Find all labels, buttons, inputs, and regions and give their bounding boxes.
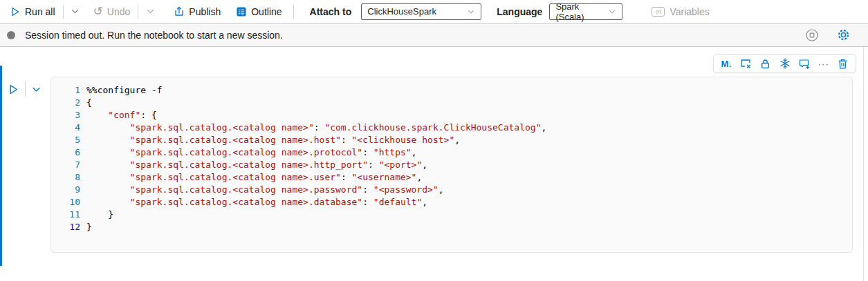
language-dropdown[interactable]: Spark (Scala): [549, 3, 622, 20]
undo-icon: ↺: [93, 6, 103, 17]
code-text: {: [80, 97, 92, 109]
outline-label: Outline: [251, 6, 281, 17]
line-number: 5: [51, 134, 80, 146]
undo-button[interactable]: ↺ Undo: [91, 3, 133, 21]
run-all-play-icon: [10, 6, 21, 17]
markdown-icon[interactable]: M↓: [719, 57, 733, 70]
freeze-icon[interactable]: [778, 57, 792, 70]
lock-icon[interactable]: [758, 57, 772, 70]
code-text: "spark.sql.catalog.<catalog name>": "com…: [80, 122, 546, 134]
code-line: 2{: [51, 97, 852, 109]
chevron-down-icon: [467, 8, 475, 16]
code-line: 12}: [51, 221, 852, 233]
line-number: 11: [51, 209, 80, 221]
code-line: 8 "spark.sql.catalog.<catalog name>.user…: [51, 171, 852, 184]
code-text: }: [80, 209, 113, 221]
add-comment-icon[interactable]: [797, 57, 811, 70]
code-line: 11 }: [51, 209, 852, 221]
run-all-button[interactable]: Run all: [7, 3, 58, 21]
code-text: "spark.sql.catalog.<catalog name>.http_p…: [80, 159, 427, 171]
code-text: %%configure -f: [80, 84, 163, 97]
delete-cell-icon[interactable]: [836, 57, 850, 70]
code-text: "spark.sql.catalog.<catalog name>.databa…: [80, 196, 427, 209]
attach-to-dropdown[interactable]: ClickHouseSpark: [361, 3, 481, 20]
publish-button[interactable]: Publish: [171, 3, 223, 21]
attach-to-label: Attach to: [310, 6, 352, 17]
line-number: 3: [51, 109, 80, 122]
toolbar-divider: [138, 5, 138, 19]
code-line: 7 "spark.sql.catalog.<catalog name>.http…: [51, 159, 852, 171]
code-cell-editor[interactable]: 1%%configure -f2{3 "conf": {4 "spark.sql…: [50, 77, 853, 253]
attach-to-value: ClickHouseSpark: [367, 6, 436, 17]
publish-icon: [174, 6, 185, 17]
run-all-label: Run all: [25, 6, 55, 17]
outline-button[interactable]: Outline: [233, 3, 284, 21]
run-all-menu-chevron-icon[interactable]: [68, 3, 82, 21]
notebook-canvas: M↓ ···: [0, 47, 868, 281]
code-text: "spark.sql.catalog.<catalog name>.user":…: [80, 171, 422, 184]
session-status-bar: Session timed out. Run the notebook to s…: [0, 23, 868, 47]
code-line: 6 "spark.sql.catalog.<catalog name>.prot…: [51, 146, 852, 159]
cell-run-controls: [8, 81, 41, 97]
run-cell-button[interactable]: [8, 84, 19, 95]
code-line: 1%%configure -f: [51, 84, 852, 97]
variables-icon: (x): [652, 7, 665, 17]
language-value: Spark (Scala): [555, 1, 608, 22]
publish-label: Publish: [189, 6, 221, 17]
line-number: 4: [51, 122, 80, 134]
line-number: 7: [51, 159, 80, 171]
line-number: 8: [51, 171, 80, 184]
code-line: 9 "spark.sql.catalog.<catalog name>.pass…: [51, 184, 852, 196]
divider: [25, 81, 26, 97]
code-text: "conf": {: [80, 109, 157, 122]
notebook-toolbar: Run all ↺ Undo Publish Outline: [0, 0, 868, 23]
scrollbar-track[interactable]: [863, 47, 864, 281]
language-label: Language: [497, 6, 542, 17]
session-settings-gear-icon[interactable]: [837, 28, 850, 41]
session-status-dot-icon: [7, 31, 15, 39]
active-cell-indicator-bar: [0, 66, 2, 266]
line-number: 9: [51, 184, 80, 196]
cell-toolbar: M↓ ···: [713, 54, 856, 73]
code-line: 5 "spark.sql.catalog.<catalog name>.host…: [51, 134, 852, 146]
line-number: 2: [51, 97, 80, 109]
code-line: 4 "spark.sql.catalog.<catalog name>": "c…: [51, 122, 852, 134]
undo-label: Undo: [107, 6, 130, 17]
line-number: 12: [51, 221, 80, 233]
stop-session-icon[interactable]: [805, 28, 819, 42]
chevron-down-icon: [608, 8, 616, 16]
variables-button[interactable]: (x) Variables: [652, 6, 709, 17]
code-lines: 1%%configure -f2{3 "conf": {4 "spark.sql…: [51, 84, 852, 233]
more-options-icon[interactable]: ···: [817, 57, 831, 70]
session-status-message: Session timed out. Run the notebook to s…: [25, 30, 805, 41]
toolbar-divider: [63, 5, 64, 19]
line-number: 10: [51, 196, 80, 209]
code-line: 3 "conf": {: [51, 109, 852, 122]
code-text: "spark.sql.catalog.<catalog name>.passwo…: [80, 184, 444, 196]
code-text: "spark.sql.catalog.<catalog name>.protoc…: [80, 146, 416, 159]
line-number: 6: [51, 146, 80, 159]
collapse-cell-chevron-icon[interactable]: [31, 84, 41, 95]
clear-output-icon[interactable]: [739, 57, 752, 70]
outline-icon: [236, 6, 247, 17]
code-text: }: [80, 221, 92, 233]
undo-menu-chevron-icon[interactable]: [143, 3, 157, 21]
toolbar-divider: [293, 5, 294, 19]
code-text: "spark.sql.catalog.<catalog name>.host":…: [80, 134, 460, 146]
line-number: 1: [51, 84, 80, 97]
code-line: 10 "spark.sql.catalog.<catalog name>.dat…: [51, 196, 852, 209]
variables-label: Variables: [670, 6, 709, 17]
